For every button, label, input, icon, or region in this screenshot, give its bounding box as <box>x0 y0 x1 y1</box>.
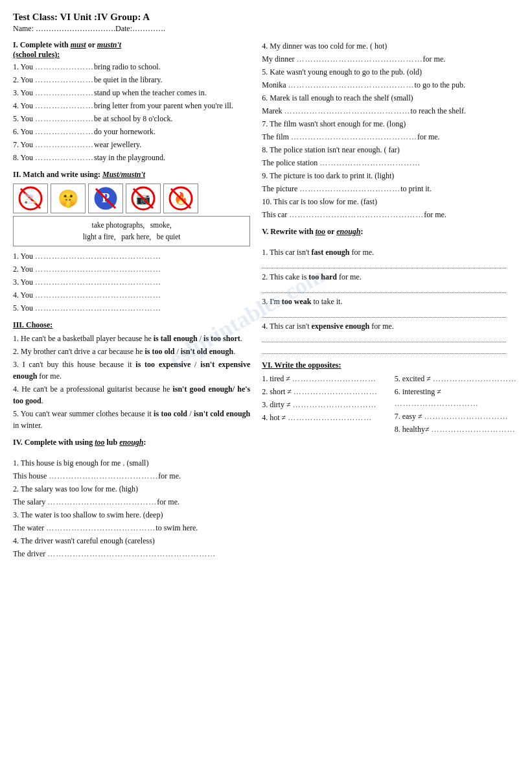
list-item: 7. The film wasn't short enough for me. … <box>262 118 519 130</box>
section-5: V. Rewrite with too or enough: 1. This c… <box>262 227 519 354</box>
list-item: 6. You …………………do your hornework. <box>13 126 250 137</box>
list-item: 2. The salary was too low for me. (high) <box>13 483 250 495</box>
no-fire-icon: 🔥 <box>163 184 198 213</box>
left-column: I. Complete with must or mustn't (school… <box>13 40 250 566</box>
section-6: VI. Write the opposites: 1. tired ≠ …………… <box>262 361 519 436</box>
list-item: 10. This car is too slow for me. (fast) <box>262 196 519 207</box>
list-item: 1. You ……………………………………… <box>13 250 250 262</box>
page: Test Class: VI Unit :IV Group: A Name: …… <box>13 12 519 566</box>
section-3: III. Choose: 1. He can't be a basketball… <box>13 320 250 431</box>
list-item: 2. You …………………be quiet in the library. <box>13 74 250 86</box>
list-item: 8. healthy≠ ………………………… <box>395 423 519 435</box>
list-item: The police station ……………………………… <box>262 157 519 169</box>
list-item: 1. This house is big enough for me . (sm… <box>13 457 250 469</box>
no-photo-icon: 📷 <box>126 184 161 213</box>
list-item: 4. You ……………………………………… <box>13 289 250 301</box>
list-item: 5. You can't wear summer clothes because… <box>13 408 250 431</box>
list-item: 4. This car isn't expensive enough for m… <box>262 320 519 332</box>
list-item: Monika ………………………………………to go to the pub. <box>262 79 519 91</box>
answer-line <box>262 259 506 268</box>
list-item: 6. interesting ≠ ………………………… <box>395 386 519 409</box>
section-1-subtitle: (school rules): <box>13 50 250 60</box>
list-item: The film ………………………………………for me. <box>262 131 519 143</box>
list-item: The picture ………………………………to print it. <box>262 183 519 195</box>
list-item: 3. dirty ≠ ………………………… <box>262 399 386 410</box>
list-item: My dinner ………………………………………for me. <box>262 53 519 65</box>
list-item: 8. The police station isn't near enough.… <box>262 144 519 156</box>
section-3-title: III. Choose: <box>13 320 250 330</box>
header-sub: Name: ………………………….Date:…………. <box>13 24 519 34</box>
svg-text:🚬: 🚬 <box>24 192 37 204</box>
list-item: 4. hot ≠ ………………………… <box>262 412 386 423</box>
words-box: take photographs, smoke, light a fire, p… <box>13 216 250 246</box>
list-item: 3. I'm too weak to take it. <box>262 296 519 307</box>
list-item: 1. He can't be a basketball player becau… <box>13 333 250 344</box>
list-item: 1. tired ≠ ………………………… <box>262 373 386 385</box>
answer-line <box>262 309 506 318</box>
section-4-right: 4. My dinner was too cold for me. ( hot)… <box>262 40 519 220</box>
list-item: 3. The water is too shallow to swim here… <box>13 509 250 521</box>
list-item: 2. short ≠ ………………………… <box>262 386 386 397</box>
opposites-container: 1. tired ≠ ………………………… 2. short ≠ …………………… <box>262 373 519 436</box>
main-content: I. Complete with must or mustn't (school… <box>13 40 519 566</box>
opposites-left: 1. tired ≠ ………………………… 2. short ≠ …………………… <box>262 373 386 436</box>
section-1-items: 1. You …………………bring radio to school. 2. … <box>13 61 250 163</box>
list-item: 4. He can't be a professional guitarist … <box>13 383 250 407</box>
no-parking-icon: P <box>88 184 123 213</box>
list-item: Marek ………………………………………to reach the shelf. <box>262 105 519 117</box>
no-smoking-icon: 🚬 <box>13 184 48 213</box>
list-item: 1. You …………………bring radio to school. <box>13 61 250 73</box>
list-item: 4. My dinner was too cold for me. ( hot) <box>262 40 519 52</box>
answer-line <box>262 284 506 293</box>
answer-line <box>262 345 506 354</box>
list-item: 5. excited ≠ ………………………… <box>395 373 519 385</box>
list-item: 2. My brother can't drive a car because … <box>13 346 250 357</box>
list-item: 5. You …………………be at school by 8 o'clock. <box>13 113 250 124</box>
opposites-right: 5. excited ≠ ………………………… 6. interesting ≠… <box>395 373 519 436</box>
section-5-title: V. Rewrite with too or enough: <box>262 227 519 237</box>
answer-line <box>262 333 506 342</box>
section-2: II. Match and write using: Must/mustn't … <box>13 170 250 314</box>
right-column: 4. My dinner was too cold for me. ( hot)… <box>262 40 519 566</box>
section-1: I. Complete with must or mustn't (school… <box>13 40 250 163</box>
icons-row: 🚬 🤫 P <box>13 184 250 213</box>
list-item: 2. You ……………………………………… <box>13 263 250 275</box>
list-item: 9. The picture is too dark to print it. … <box>262 170 519 182</box>
list-item: 8. You …………………stay in the playground. <box>13 152 250 163</box>
section-4-title: IV. Complete with using too lub enough: <box>13 438 250 447</box>
list-item: 5. Kate wasn't young enough to go to the… <box>262 66 519 78</box>
list-item: This house …………………………………for me. <box>13 470 250 482</box>
list-item: 7. You …………………wear jewellery. <box>13 139 250 150</box>
section-1-title: I. Complete with must or mustn't <box>13 40 250 50</box>
section-6-title: VI. Write the opposites: <box>262 361 519 370</box>
section-2-title: II. Match and write using: Must/mustn't <box>13 170 250 180</box>
list-item: 3. You ……………………………………… <box>13 276 250 288</box>
list-item: 2. This cake is too hard for me. <box>262 271 519 283</box>
list-item: 4. You …………………bring letter from your par… <box>13 100 250 112</box>
section-4-left: IV. Complete with using too lub enough: … <box>13 438 250 560</box>
list-item: The driver …………………………………………………… <box>13 548 250 560</box>
list-item: 7. easy ≠ ………………………… <box>395 410 519 422</box>
list-item: 5. You ……………………………………… <box>13 302 250 314</box>
list-item: The water …………………………………to swim here. <box>13 522 250 534</box>
list-item: The salary …………………………………for me. <box>13 496 250 508</box>
list-item: 6. Marek is tall enough to reach the she… <box>262 92 519 104</box>
list-item: 3. You …………………stand up when the teacher … <box>13 87 250 99</box>
page-title: Test Class: VI Unit :IV Group: A <box>13 12 519 23</box>
list-item: 3. I can't buy this house because it is … <box>13 359 250 382</box>
list-item: This car …………………………………………for me. <box>262 209 519 220</box>
list-item: 4. The driver wasn't careful enough (car… <box>13 535 250 547</box>
quiet-icon: 🤫 <box>51 184 86 213</box>
list-item: 1. This car isn't fast enough for me. <box>262 246 519 258</box>
